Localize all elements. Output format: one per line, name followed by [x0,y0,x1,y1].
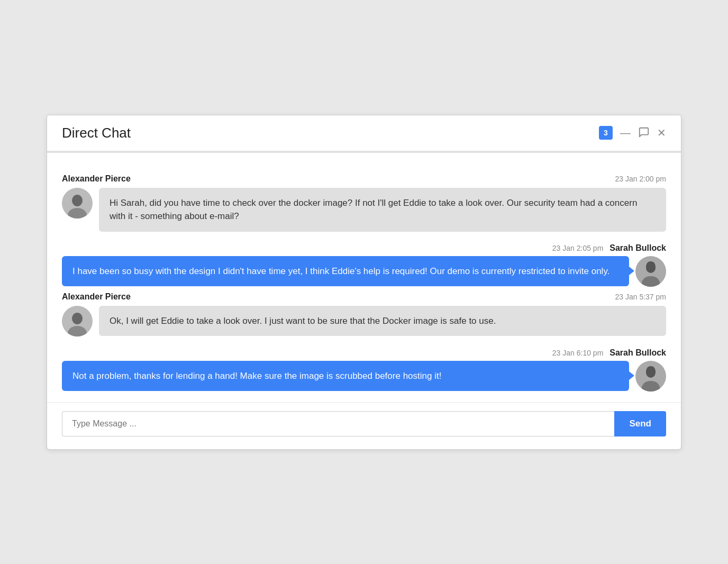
message-input[interactable] [62,411,614,436]
header-divider [47,152,681,153]
msg-row-2: I have been so busy with the design I di… [62,256,666,287]
sender-2: Sarah Bullock [609,243,666,253]
message-2: 23 Jan 2:05 pm Sarah Bullock I have been… [62,243,666,287]
msg-row-1: Hi Sarah, did you have time to check ove… [62,188,666,232]
chat-title: Direct Chat [62,125,131,141]
bubble-1: Hi Sarah, did you have time to check ove… [99,188,666,232]
timestamp-2: 23 Jan 2:05 pm [552,244,604,252]
msg-meta-4: 23 Jan 6:10 pm Sarah Bullock [62,348,666,358]
header-actions: 3 — ✕ [599,126,666,140]
chat-body: Alexander Pierce 23 Jan 2:00 pm Hi Sarah… [47,163,681,402]
avatar-sarah-2 [635,361,666,392]
svg-point-1 [72,195,83,206]
bubble-2: I have been so busy with the design I di… [62,256,629,287]
sender-1: Alexander Pierce [62,174,131,184]
msg-row-4: Not a problem, thanks for lending a hand… [62,361,666,392]
msg-meta-1: Alexander Pierce 23 Jan 2:00 pm [62,174,666,184]
send-button[interactable]: Send [614,411,666,436]
msg-row-3: Ok, I will get Eddie to take a look over… [62,306,666,336]
bubble-3: Ok, I will get Eddie to take a look over… [99,306,666,336]
chat-header: Direct Chat 3 — ✕ [47,115,681,152]
close-icon[interactable]: ✕ [657,128,666,138]
minimize-icon[interactable]: — [620,128,631,138]
unread-badge: 3 [599,126,613,140]
timestamp-3: 23 Jan 5:37 pm [615,293,666,301]
bubble-4: Not a problem, thanks for lending a hand… [62,361,629,392]
msg-meta-3: Alexander Pierce 23 Jan 5:37 pm [62,292,666,302]
chat-window: Direct Chat 3 — ✕ Alexander Pierce 23 Ja… [47,115,681,450]
chat-icon[interactable] [638,126,650,140]
avatar-alexander-1 [62,188,93,219]
avatar-alexander-2 [62,306,93,336]
timestamp-1: 23 Jan 2:00 pm [615,175,666,183]
avatar-sarah-1 [635,256,666,287]
message-1: Alexander Pierce 23 Jan 2:00 pm Hi Sarah… [62,174,666,232]
message-3: Alexander Pierce 23 Jan 5:37 pm Ok, I wi… [62,292,666,336]
message-4: 23 Jan 6:10 pm Sarah Bullock Not a probl… [62,348,666,392]
sender-3: Alexander Pierce [62,292,131,302]
timestamp-4: 23 Jan 6:10 pm [552,349,604,357]
chat-input-area: Send [47,402,681,449]
msg-meta-2: 23 Jan 2:05 pm Sarah Bullock [62,243,666,253]
svg-point-6 [72,313,83,324]
sender-4: Sarah Bullock [609,348,666,358]
